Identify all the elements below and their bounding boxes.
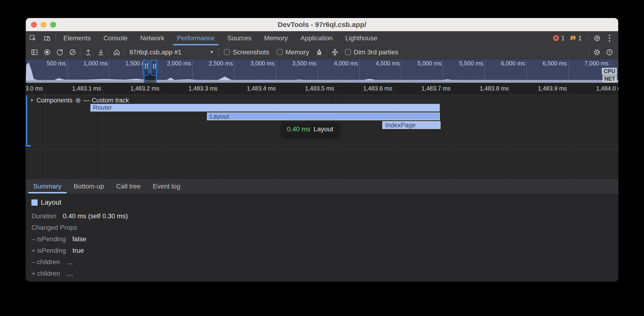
checkbox-box [224,49,230,55]
divider [218,48,219,56]
record-icon[interactable] [41,46,54,59]
timeline-overview[interactable]: 500 ms1,000 ms1,500 ms2,000 ms2,500 ms3,… [26,59,618,83]
toggle-sidebar-icon[interactable] [28,46,41,59]
settings-gear-icon[interactable] [590,31,604,45]
target-selector-dropdown[interactable]: 97r6ql.csb.app #1 ▼ [126,48,217,56]
load-profile-icon[interactable] [82,46,94,59]
react-atom-icon [75,97,81,104]
prop-value: true [72,247,84,254]
selection-right-handle[interactable] [151,60,157,76]
ruler-label: 1,483.8 ms [480,85,511,92]
error-icon [553,35,559,41]
ruler-label: 1,483.3 ms [188,85,220,92]
track-suffix: — Custom track [84,97,129,104]
detail-time-ruler[interactable]: 1,483.0 ms1,483.1 ms1,483.2 ms1,483.3 ms… [26,83,618,95]
changed-props-label: Changed Props [32,224,77,231]
prop-value: … [66,258,73,266]
ruler-label: 1,483.9 ms [538,85,569,92]
tooltip-duration: 0.40 ms [287,125,310,133]
tab-bar-right: 1 1 [553,31,618,45]
collapse-sections-icon[interactable] [328,46,341,59]
main-tab-bar: ElementsConsoleNetworkPerformanceSources… [26,31,618,45]
flame-gridline [452,95,453,179]
checkbox-box [277,49,282,55]
issue-icon [570,35,576,41]
screenshots-label: Screenshots [232,48,269,56]
ruler-label: 1,484.0 ms [596,85,618,92]
changed-props-row: Changed Props [32,224,618,231]
ruler-label: 1,483.4 ms [247,85,278,92]
flame-bar-indexpage[interactable]: IndexPage [382,121,440,129]
event-color-swatch [32,200,38,206]
device-toolbar-icon[interactable] [40,31,54,45]
flame-bar-layout[interactable]: Layout [207,112,440,120]
duration-value: 0.40 ms (self 0.30 ms) [63,212,128,220]
reload-and-record-icon[interactable] [54,46,66,59]
screenshots-checkbox[interactable]: Screenshots [224,48,269,56]
ruler-tick [103,92,103,95]
divider [80,48,80,56]
prop-key: – isPending [32,235,66,243]
chevron-down-icon: ▼ [210,50,214,55]
detail-tab-bottom-up[interactable]: Bottom-up [68,179,110,193]
prop-key: + children [32,270,60,277]
detail-tab-event-log[interactable]: Event log [147,179,186,193]
performance-toolbar: 97r6ql.csb.app #1 ▼ Screenshots Memory [26,45,618,59]
tab-performance[interactable]: Performance [170,31,221,45]
selection-left-handle[interactable] [143,60,149,76]
tab-console[interactable]: Console [97,31,134,45]
issue-count: 1 [578,34,582,42]
panel-tabs: ElementsConsoleNetworkPerformanceSources… [57,31,384,45]
flame-chart[interactable]: ▼ Components — Custom track RouterLayout… [26,95,618,179]
flame-gridline [511,95,511,179]
track-header[interactable]: ▼ Components — Custom track [30,97,129,104]
selected-track-indicator [26,95,27,147]
devtools-window: DevTools - 97r6ql.csb.app/ ElementsConso… [26,18,618,281]
divider [109,48,109,56]
changed-prop-row: – children… [32,258,618,266]
more-options-icon[interactable] [604,35,615,42]
flame-bar-router[interactable]: Router [90,104,440,112]
dim-3rd-parties-label: Dim 3rd parties [354,48,398,56]
help-icon[interactable]: ? [603,46,616,59]
clear-icon[interactable] [66,46,79,59]
tab-memory[interactable]: Memory [258,31,294,45]
tab-application[interactable]: Application [294,31,339,45]
tab-sources[interactable]: Sources [221,31,258,45]
divider [589,48,589,56]
tab-elements[interactable]: Elements [57,31,97,45]
duration-row: Duration 0.40 ms (self 0.30 ms) [32,212,618,220]
summary-title-row: Layout [32,199,618,206]
changed-prop-row: + children… [32,270,618,277]
collect-garbage-icon[interactable] [313,46,326,59]
save-profile-icon[interactable] [94,46,107,59]
prop-key: + isPending [32,247,66,254]
inspect-element-icon[interactable] [26,31,40,45]
ruler-tick [511,92,511,95]
tab-network[interactable]: Network [134,31,170,45]
detail-tab-summary[interactable]: Summary [27,179,68,193]
ruler-tick [161,92,162,95]
window-title: DevTools - 97r6ql.csb.app/ [26,21,618,28]
prop-value: … [67,270,73,277]
collapse-triangle-icon[interactable]: ▼ [30,98,34,103]
error-count-badge[interactable]: 1 [553,34,565,42]
capture-settings-gear-icon[interactable] [590,46,603,59]
detail-tab-call-tree[interactable]: Call tree [110,179,147,193]
memory-checkbox[interactable]: Memory [277,48,309,56]
target-selector-value: 97r6ql.csb.app #1 [129,48,182,56]
changed-props-list: – isPendingfalse+ isPendingtrue– childre… [32,235,618,277]
prop-value: false [72,235,86,243]
selection-window [137,59,164,83]
issue-count-badge[interactable]: 1 [570,34,582,42]
ruler-tick [394,92,394,95]
memory-label: Memory [286,48,309,56]
flame-gridline [569,95,569,179]
flame-gridline [45,95,45,179]
tooltip-label: Layout [314,125,333,133]
home-icon[interactable] [110,46,123,59]
tab-lighthouse[interactable]: Lighthouse [339,31,384,45]
summary-panel: Layout Duration 0.40 ms (self 0.30 ms) C… [26,193,618,281]
track-title: Components [36,97,72,104]
dim-3rd-parties-checkbox[interactable]: Dim 3rd parties [345,48,398,56]
